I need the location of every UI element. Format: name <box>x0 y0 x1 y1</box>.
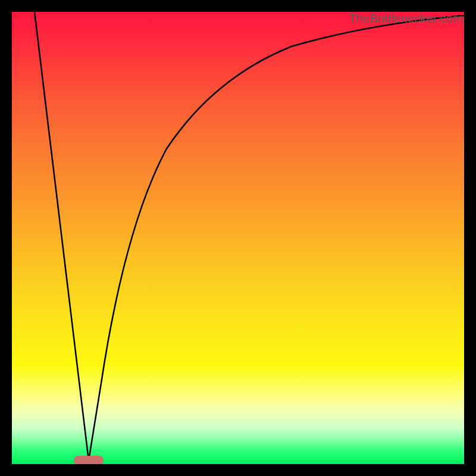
plot-area <box>12 12 464 464</box>
chart-curves <box>12 12 464 464</box>
chart-container: TheBottlenecker.com <box>0 0 476 476</box>
bottleneck-marker <box>74 456 104 464</box>
right-branch-curve <box>89 15 464 461</box>
watermark-text: TheBottlenecker.com <box>349 12 463 26</box>
left-branch-line <box>35 12 89 461</box>
